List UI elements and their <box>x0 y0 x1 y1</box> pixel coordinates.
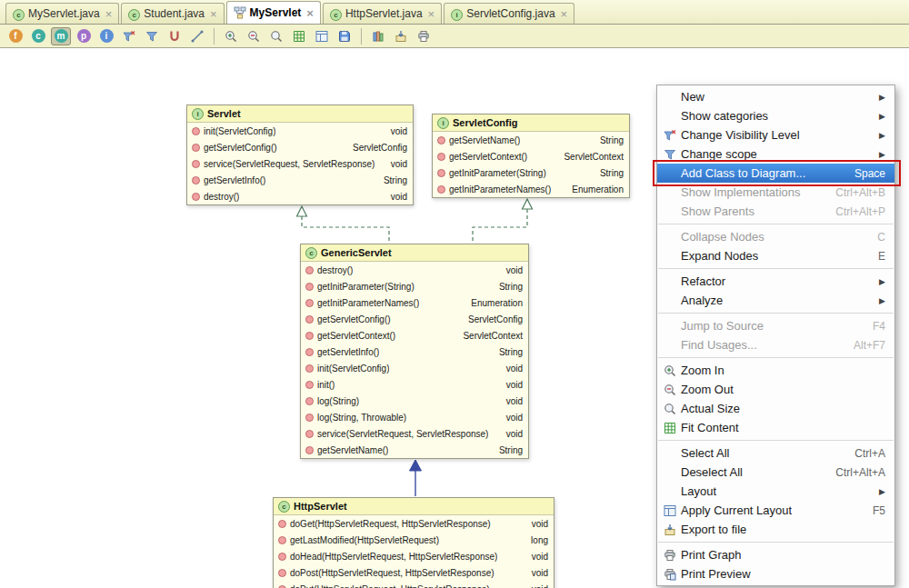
magnet-icon <box>168 30 181 43</box>
method-icon <box>305 348 314 356</box>
class-node-servlet[interactable]: iServletinit(ServletConfig)voidgetServle… <box>186 105 414 205</box>
menu-item-expand-nodes[interactable]: Expand NodesE <box>657 246 894 265</box>
menu-item-collapse-nodes: Collapse NodesC <box>657 227 894 246</box>
floppy-icon <box>338 30 351 43</box>
method-icon <box>278 585 286 588</box>
menu-item-change-scope[interactable]: Change scope▶ <box>657 145 894 164</box>
print-diagram-button[interactable] <box>414 27 434 45</box>
method-return-type: String <box>376 175 407 185</box>
class-node-servletconfig[interactable]: iServletConfiggetServletName()StringgetS… <box>432 114 630 198</box>
show-properties-button[interactable]: p <box>74 27 94 45</box>
menu-item-new[interactable]: New▶ <box>657 87 894 106</box>
menu-item-actual-size[interactable]: Actual Size <box>657 399 894 418</box>
method-icon <box>192 193 200 201</box>
change-scope-button[interactable] <box>142 27 162 45</box>
menu-item-label: Print Graph <box>681 548 741 562</box>
menu-item-apply-current-layout[interactable]: Apply Current LayoutF5 <box>657 501 894 520</box>
submenu-arrow-icon: ▶ <box>879 93 885 102</box>
menu-item-analyze[interactable]: Analyze▶ <box>657 291 894 310</box>
export-to-file-button[interactable] <box>368 27 388 45</box>
menu-item-show-parents: Show ParentsCtrl+Alt+P <box>657 202 894 221</box>
menu-item-zoom-out[interactable]: Zoom Out <box>657 380 894 399</box>
menu-item-label: Zoom In <box>681 364 724 377</box>
menu-item-add-class-to-diagram[interactable]: Add Class to Diagram...Space <box>657 164 894 183</box>
tab-label: MyServlet <box>250 6 302 19</box>
show-methods-icon: m <box>55 29 68 43</box>
menu-item-deselect-all[interactable]: Deselect AllCtrl+Alt+A <box>657 463 894 482</box>
show-fields-button[interactable]: f <box>5 27 25 45</box>
tab-close-icon[interactable]: × <box>561 8 568 20</box>
editor-tab-myservlet[interactable]: MyServlet× <box>226 1 321 24</box>
printer-icon <box>417 30 430 43</box>
tab-close-icon[interactable]: × <box>210 8 217 20</box>
layout-icon <box>663 504 677 517</box>
method-signature: doGet(HttpServletRequest, HttpServletRes… <box>290 519 491 529</box>
class-node-genericservlet[interactable]: cGenericServletdestroy()voidgetInitParam… <box>300 244 529 459</box>
class-node-httpservlet[interactable]: cHttpServletdoGet(HttpServletRequest, Ht… <box>273 497 554 588</box>
menu-item-shortcut: C <box>877 231 885 244</box>
tab-close-icon[interactable]: × <box>306 7 314 19</box>
method-row: getInitParameterNames()Enumeration <box>433 181 629 197</box>
change-visibility-level-button[interactable] <box>119 27 139 45</box>
show-dependencies-button[interactable] <box>165 27 185 45</box>
menu-item-change-visibility-level[interactable]: Change Visibility Level▶ <box>657 125 894 145</box>
save-diagram-button[interactable] <box>335 27 355 45</box>
menu-item-export-to-file[interactable]: Export to file <box>657 520 894 539</box>
menu-item-fit-content[interactable]: Fit Content <box>657 418 894 437</box>
tab-close-icon[interactable]: × <box>105 8 113 20</box>
menu-item-select-all[interactable]: Select AllCtrl+A <box>657 443 894 463</box>
method-return-type: void <box>499 429 523 439</box>
show-inner-classes-button[interactable]: i <box>96 27 116 45</box>
method-signature: getInitParameter(String) <box>449 168 546 178</box>
menu-item-print-preview[interactable]: Print Preview <box>657 564 894 583</box>
method-row: getServletContext()ServletContext <box>433 148 629 164</box>
class-icon: c <box>305 246 317 259</box>
method-return-type: void <box>384 159 407 169</box>
implements-edge-genericservlet-servletconfig[interactable] <box>473 199 533 243</box>
export-to-image-button[interactable] <box>391 27 411 45</box>
actual-size-button[interactable] <box>266 27 286 45</box>
method-return-type: void <box>499 413 523 423</box>
method-signature: destroy() <box>204 192 239 202</box>
edge-tool-button[interactable] <box>187 27 207 45</box>
menu-item-show-categories[interactable]: Show categories▶ <box>657 106 894 125</box>
method-return-type: void <box>499 265 523 275</box>
grid-green-icon <box>293 30 305 43</box>
implements-edge-genericservlet-servlet[interactable] <box>297 206 390 243</box>
zoom-out-button[interactable] <box>244 27 264 45</box>
export-icon <box>663 523 677 536</box>
editor-tab-myservlet-java[interactable]: cMyServlet.java× <box>5 3 119 24</box>
menu-item-label: New <box>681 90 704 104</box>
zoom-in-button[interactable] <box>221 27 241 45</box>
method-return-type: String <box>593 135 624 145</box>
show-methods-button[interactable]: m <box>51 27 71 45</box>
method-return-type: ServletConfig <box>345 143 407 153</box>
apply-current-layout-button[interactable] <box>312 27 332 45</box>
method-icon <box>278 520 286 528</box>
menu-item-label: Apply Current Layout <box>681 503 792 517</box>
method-signature: getServletContext() <box>317 331 395 341</box>
editor-tab-student-java[interactable]: cStudent.java× <box>121 3 224 24</box>
method-row: doPost(HttpServletRequest, HttpServletRe… <box>274 564 554 581</box>
editor-tab-servletconfig-java[interactable]: iServletConfig.java× <box>444 3 574 24</box>
menu-item-layout[interactable]: Layout▶ <box>657 482 894 501</box>
method-return-type: void <box>524 552 548 562</box>
menu-item-jump-to-source: Jump to SourceF4 <box>657 316 894 335</box>
extends-edge-httpservlet-genericservlet[interactable] <box>410 460 422 496</box>
show-constructors-button[interactable]: c <box>28 27 48 45</box>
submenu-arrow-icon: ▶ <box>879 296 885 305</box>
menu-separator <box>658 268 894 269</box>
class-node-header: iServletConfig <box>433 115 629 132</box>
tab-label: Student.java <box>144 7 205 20</box>
layout-icon <box>315 30 328 43</box>
method-return-type: Enumeration <box>564 184 624 194</box>
editor-tab-httpservlet-java[interactable]: cHttpServlet.java× <box>323 3 442 24</box>
tab-close-icon[interactable]: × <box>428 8 435 20</box>
fit-content-button[interactable] <box>289 27 309 45</box>
menu-item-print-graph[interactable]: Print Graph <box>657 545 894 564</box>
menu-item-show-implementations: Show ImplementationsCtrl+Alt+B <box>657 183 894 202</box>
method-row: getInitParameter(String)String <box>301 278 528 294</box>
menu-item-zoom-in[interactable]: Zoom In <box>657 361 894 380</box>
class-icon: c <box>128 7 140 21</box>
menu-item-refactor[interactable]: Refactor▶ <box>657 272 894 291</box>
